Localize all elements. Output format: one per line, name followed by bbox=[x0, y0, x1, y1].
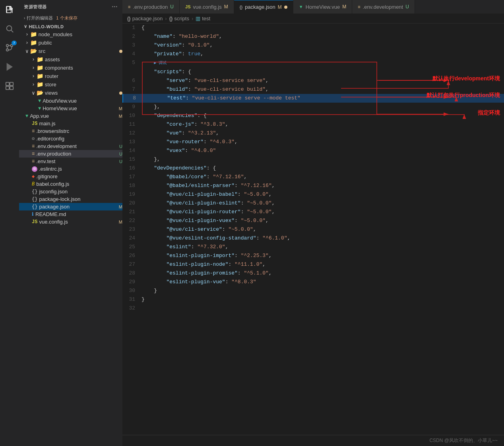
code-line-12: 12 "vue": "^3.2.13", bbox=[122, 129, 504, 138]
breadcrumb-package-json: package.json bbox=[132, 16, 163, 21]
line-num-4: 4 bbox=[122, 50, 142, 58]
tab-package-json-badge-m: M bbox=[278, 4, 282, 10]
line-content-20: "@vue/cli-plugin-eslint": "~5.0.0", bbox=[142, 199, 504, 208]
line-num-17: 17 bbox=[122, 173, 142, 181]
line-content-7: "build": "vue-cli-service build", bbox=[142, 85, 504, 94]
assets-label: assets bbox=[45, 56, 122, 62]
line-num-22: 22 bbox=[122, 216, 142, 225]
env-test-label: .env.test bbox=[36, 158, 117, 164]
sidebar-item-babel[interactable]: B babel.config.js bbox=[19, 180, 122, 188]
vue-icon-aboutview: ▼ bbox=[38, 98, 41, 104]
tab-env-development[interactable]: ≡ .env.development U bbox=[352, 0, 415, 14]
public-label: public bbox=[39, 40, 122, 46]
svg-rect-8 bbox=[10, 82, 13, 86]
vue-tab-icon: ▼ bbox=[299, 4, 303, 9]
line-num-28: 28 bbox=[122, 269, 142, 278]
tab-homeview[interactable]: ▼ HomeView.vue M bbox=[293, 0, 352, 14]
sidebar-item-readme[interactable]: ℹ README.md bbox=[19, 210, 122, 218]
sidebar-item-gitignore[interactable]: ◆ .gitignore bbox=[19, 173, 122, 180]
package-lock-label: package-lock.json bbox=[39, 196, 122, 202]
tab-package-json-dot bbox=[284, 6, 287, 9]
sidebar-more-icon[interactable]: ··· bbox=[112, 3, 118, 10]
code-line-23: 23 "@vue/cli-service": "~5.0.0", bbox=[122, 225, 504, 234]
line-num-6: 6 bbox=[122, 76, 142, 85]
sidebar-item-mainjs[interactable]: JS main.js bbox=[19, 120, 122, 127]
tree-root[interactable]: ∨ HELLO-WORLD bbox=[19, 23, 122, 30]
env-production-label: .env.production bbox=[36, 151, 117, 157]
open-editors-bar[interactable]: › 打开的编辑器 1 个未保存 bbox=[19, 14, 122, 23]
eslintrc-label: .eslintrc.js bbox=[39, 166, 122, 172]
line-content-14: "vuex": "^4.0.0" bbox=[142, 146, 504, 155]
code-line-3: 3 "version": "0.1.0", bbox=[122, 41, 504, 50]
sidebar-item-package-json[interactable]: {} package.json M bbox=[19, 203, 122, 210]
sidebar-item-env-development[interactable]: ≡ .env.development U bbox=[19, 142, 122, 150]
views-modified-dot bbox=[119, 92, 122, 95]
code-line-16: 16 "devDependencies": { bbox=[122, 164, 504, 173]
folder-icon-public: 📁 bbox=[30, 39, 37, 46]
views-label: views bbox=[45, 90, 117, 96]
code-line-7: 7 "build": "vue-cli-service build", bbox=[122, 85, 504, 94]
sidebar-item-jsconfig[interactable]: {} jsconfig.json bbox=[19, 188, 122, 195]
code-line-25: 25 "eslint": "^7.32.0", bbox=[122, 243, 504, 251]
folder-icon: 📁 bbox=[30, 31, 37, 38]
line-content-22: "@vue/cli-plugin-vuex": "~5.0.0", bbox=[142, 216, 504, 225]
js-icon-vueconfig: JS bbox=[32, 219, 37, 225]
appvue-badge: M bbox=[119, 114, 122, 119]
root-collapse-arrow: ∨ bbox=[24, 24, 27, 29]
code-line-20: 20 "@vue/cli-plugin-eslint": "~5.0.0", bbox=[122, 199, 504, 208]
sidebar-item-aboutview[interactable]: ▼ AboutView.vue bbox=[19, 97, 122, 105]
search-activity-icon[interactable] bbox=[0, 19, 19, 38]
breadcrumb-scripts: scripts bbox=[174, 16, 189, 21]
line-num-8: 8 bbox=[123, 94, 142, 103]
extensions-activity-icon[interactable] bbox=[0, 76, 19, 95]
sidebar-item-components[interactable]: › 📁 components bbox=[19, 64, 122, 72]
open-editors-chevron: › bbox=[24, 16, 25, 20]
sidebar-item-browserslistrc[interactable]: ≡ .browserslistrc bbox=[19, 127, 122, 135]
code-line-13: 13 "vue-router": "^4.0.3", bbox=[122, 138, 504, 146]
breadcrumb-sep2: › bbox=[192, 16, 193, 21]
babel-icon: B bbox=[32, 181, 35, 187]
gitignore-label: .gitignore bbox=[36, 173, 122, 179]
tab-env-production-label: .env.production bbox=[133, 4, 168, 10]
code-line-21: 21 "@vue/cli-plugin-router": "~5.0.0", bbox=[122, 208, 504, 216]
sidebar-item-eslintrc[interactable]: ⊙ .eslintrc.js bbox=[19, 165, 122, 173]
code-line-24: 24 "@vue/eslint-config-standard": "^6.1.… bbox=[122, 234, 504, 243]
tab-vueconfig[interactable]: JS vue.config.js M bbox=[180, 0, 234, 14]
files-activity-icon[interactable] bbox=[0, 0, 19, 19]
tab-package-json[interactable]: {} package.json M bbox=[234, 0, 293, 14]
sidebar-item-router[interactable]: › 📁 router bbox=[19, 72, 122, 80]
code-line-22: 22 "@vue/cli-plugin-vuex": "~5.0.0", bbox=[122, 216, 504, 225]
folder-icon-router: 📁 bbox=[37, 73, 43, 80]
sidebar-item-store[interactable]: › 📁 store bbox=[19, 80, 122, 89]
sidebar-item-homeview[interactable]: ▼ HomeView.vue M bbox=[19, 105, 122, 112]
sidebar-item-appvue[interactable]: ▼ App.vue M bbox=[19, 112, 122, 120]
sidebar-item-src[interactable]: ∨ 📂 src bbox=[19, 47, 122, 55]
folder-icon-src: 📂 bbox=[30, 48, 37, 55]
folder-icon-store: 📁 bbox=[37, 81, 43, 88]
code-line-18: 18 "@babel/eslint-parser": "^7.12.16", bbox=[122, 181, 504, 190]
code-line-10: 10 "dependencies": { bbox=[122, 111, 504, 120]
editor-content[interactable]: 1 { 2 "name": "hello-world", 3 "version"… bbox=[122, 23, 504, 435]
line-num-10: 10 bbox=[122, 111, 142, 120]
source-control-activity-icon[interactable]: 7 bbox=[0, 38, 19, 57]
sidebar-item-env-production[interactable]: ≡ .env.production U bbox=[19, 150, 122, 158]
sidebar-item-vueconfig[interactable]: JS vue.config.js M bbox=[19, 218, 122, 226]
sidebar-item-views[interactable]: ∨ 📂 views bbox=[19, 89, 122, 97]
sidebar-item-package-lock[interactable]: {} package-lock.json bbox=[19, 195, 122, 203]
tab-env-production[interactable]: ≡ .env.production U bbox=[122, 0, 180, 14]
code-line-14: 14 "vuex": "^4.0.0" bbox=[122, 146, 504, 155]
line-num-26: 26 bbox=[122, 251, 142, 260]
sidebar-item-assets[interactable]: › 📁 assets bbox=[19, 55, 122, 64]
line-content-1: { bbox=[142, 23, 504, 32]
js-icon-mainjs: JS bbox=[32, 121, 37, 127]
code-line-8: 8 "test": "vue-cli-service serve --mode … bbox=[122, 94, 504, 103]
sidebar-item-editorconfig[interactable]: ⚙ .editorconfig bbox=[19, 135, 122, 142]
breadcrumb-icon-scripts: {} bbox=[169, 16, 173, 21]
run-activity-icon[interactable] bbox=[0, 57, 19, 76]
sidebar-item-env-test[interactable]: ≡ .env.test U bbox=[19, 158, 122, 165]
sidebar-item-public[interactable]: › 📁 public bbox=[19, 39, 122, 47]
line-content-29: "eslint-plugin-vue": "^8.0.3" bbox=[142, 278, 504, 286]
sidebar-item-node-modules[interactable]: › 📁 node_modules bbox=[19, 30, 122, 39]
right-content: ≡ .env.production U JS vue.config.js M {… bbox=[122, 0, 504, 446]
code-line-6: 6 "serve": "vue-cli-service serve", bbox=[122, 76, 504, 85]
